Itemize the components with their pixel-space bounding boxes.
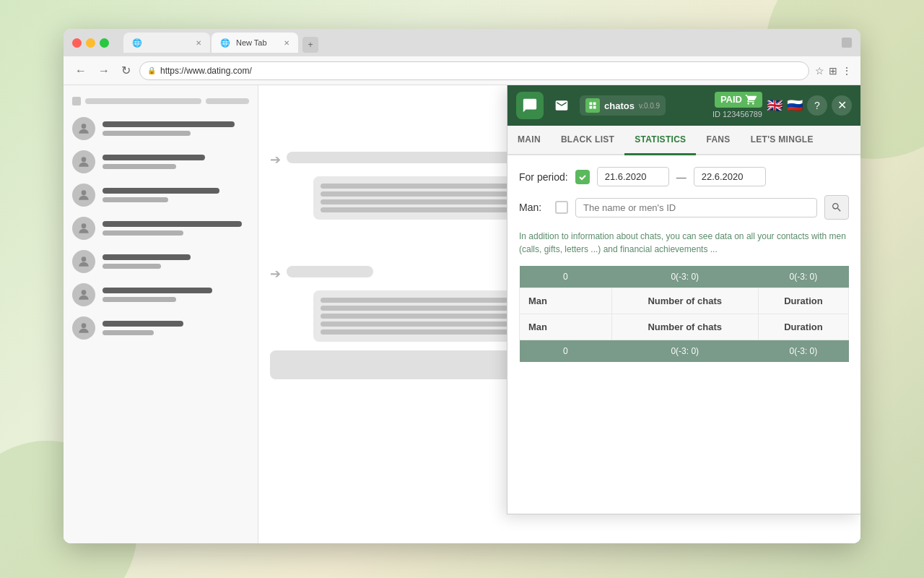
extension-popup: chatos v.0.0.9 PAID ID 123456789 🇬🇧 🇷🇺 bbox=[507, 85, 860, 514]
paid-section: PAID ID 123456789 🇬🇧 🇷🇺 ? ✕ bbox=[712, 92, 852, 119]
search-line-2 bbox=[206, 98, 249, 104]
man-filter-row: Man: bbox=[519, 195, 849, 220]
avatar bbox=[72, 150, 95, 173]
extension-id: ID 123456789 bbox=[712, 109, 762, 119]
paid-badge: PAID bbox=[715, 92, 762, 108]
browser-tab-1[interactable]: 🌐 ✕ bbox=[123, 33, 210, 53]
close-window-button[interactable] bbox=[72, 38, 82, 48]
browser-content: ➔ ➔ bbox=[64, 85, 860, 543]
col-man-2: Man bbox=[520, 314, 612, 340]
date-from-input[interactable] bbox=[597, 167, 669, 186]
menu-icon[interactable]: ⋮ bbox=[842, 65, 852, 77]
statistics-table: 0 0(-3: 0) 0(-3: 0) Man Number of chats … bbox=[519, 266, 849, 362]
statistics-panel: For period: — Man: bbox=[507, 155, 860, 514]
forward-button[interactable]: → bbox=[95, 63, 113, 79]
brand-icon bbox=[585, 98, 600, 113]
close-extension-button[interactable]: ✕ bbox=[832, 95, 852, 116]
close-icon: ✕ bbox=[837, 98, 847, 112]
mail-button[interactable] bbox=[549, 93, 574, 118]
extension-header: chatos v.0.0.9 PAID ID 123456789 🇬🇧 🇷🇺 bbox=[507, 85, 860, 126]
browser-window: 🌐 ✕ 🌐 New Tab ✕ + ← → ↻ 🔒 https://www.da… bbox=[64, 29, 860, 543]
man-search-button[interactable] bbox=[824, 195, 849, 220]
svg-point-1 bbox=[82, 157, 87, 162]
summary-bottom-cell-2: 0(-3: 0) bbox=[611, 340, 758, 363]
svg-point-2 bbox=[82, 190, 87, 195]
list-item bbox=[72, 316, 249, 340]
refresh-button[interactable]: ↻ bbox=[118, 62, 134, 79]
address-bar[interactable]: 🔒 https://www.dating.com/ bbox=[139, 61, 809, 80]
tab2-favicon: 🌐 bbox=[220, 38, 230, 48]
language-flag-ru[interactable]: 🇷🇺 bbox=[787, 98, 803, 113]
minimize-window-button[interactable] bbox=[86, 38, 95, 48]
svg-point-4 bbox=[82, 256, 87, 262]
avatar bbox=[72, 217, 95, 240]
search-line-1 bbox=[85, 98, 201, 104]
period-dash: — bbox=[676, 171, 687, 183]
svg-rect-10 bbox=[593, 103, 596, 105]
chat-arrow-icon: ➔ bbox=[270, 266, 281, 282]
list-item bbox=[72, 283, 249, 306]
tab2-label: New Tab bbox=[236, 38, 267, 47]
help-icon: ? bbox=[814, 100, 820, 111]
chat-arrow-icon: ➔ bbox=[270, 152, 281, 168]
search-box-icon bbox=[72, 97, 81, 105]
col-numchats-1: Number of chats bbox=[611, 288, 758, 314]
extensions-icon[interactable]: ⊞ bbox=[829, 65, 837, 77]
tab1-favicon: 🌐 bbox=[132, 38, 142, 48]
svg-rect-9 bbox=[590, 103, 593, 105]
man-search-input[interactable] bbox=[575, 198, 817, 217]
tab2-close-icon[interactable]: ✕ bbox=[284, 39, 289, 47]
tab-blacklist[interactable]: BLACK LIST bbox=[551, 126, 624, 155]
nav-actions: ☆ ⊞ ⋮ bbox=[815, 65, 852, 77]
paid-label: PAID bbox=[720, 94, 742, 105]
bookmark-icon[interactable]: ☆ bbox=[815, 65, 824, 77]
table-header-row-2: Man Number of chats Duration bbox=[520, 314, 849, 340]
brand-version: v.0.0.9 bbox=[639, 102, 660, 110]
tab-main[interactable]: MAIN bbox=[507, 126, 551, 155]
list-item bbox=[72, 117, 249, 140]
summary-cell-1: 0 bbox=[520, 266, 612, 288]
avatar bbox=[72, 283, 95, 306]
back-button[interactable]: ← bbox=[72, 63, 90, 79]
extension-logo-button[interactable] bbox=[516, 92, 544, 119]
url-text: https://www.dating.com/ bbox=[160, 66, 252, 76]
search-row bbox=[72, 97, 249, 105]
nav-bar: ← → ↻ 🔒 https://www.dating.com/ ☆ ⊞ ⋮ bbox=[64, 56, 860, 85]
tab-letsmingle[interactable]: LET'S MINGLE bbox=[741, 126, 824, 155]
tab1-close-icon[interactable]: ✕ bbox=[196, 39, 201, 47]
title-bar: 🌐 ✕ 🌐 New Tab ✕ + bbox=[64, 29, 860, 56]
summary-bottom-cell-1: 0 bbox=[520, 340, 612, 363]
maximize-window-button[interactable] bbox=[100, 38, 109, 48]
summary-row-bottom: 0 0(-3: 0) 0(-3: 0) bbox=[520, 340, 849, 363]
svg-point-0 bbox=[82, 124, 87, 129]
avatar bbox=[72, 250, 95, 273]
avatar bbox=[72, 316, 95, 340]
period-row: For period: — bbox=[519, 167, 849, 186]
summary-cell-2: 0(-3: 0) bbox=[611, 266, 758, 288]
period-checkbox[interactable] bbox=[575, 170, 590, 184]
list-item bbox=[72, 217, 249, 240]
table-header-row-1: Man Number of chats Duration bbox=[520, 288, 849, 314]
tab-fans[interactable]: FANS bbox=[696, 126, 740, 155]
summary-row-top: 0 0(-3: 0) 0(-3: 0) bbox=[520, 266, 849, 288]
contacts-sidebar bbox=[64, 85, 258, 543]
extension-nav: MAIN BLACK LIST STATISTICS FANS LET'S MI… bbox=[507, 126, 860, 155]
col-numchats-2: Number of chats bbox=[611, 314, 758, 340]
traffic-lights bbox=[72, 38, 109, 48]
extension-brand: chatos v.0.0.9 bbox=[580, 95, 666, 116]
language-flag-uk[interactable]: 🇬🇧 bbox=[767, 98, 783, 113]
window-control-1 bbox=[842, 38, 852, 48]
info-text: In addition to information about chats, … bbox=[519, 230, 849, 256]
svg-point-5 bbox=[82, 290, 87, 295]
col-duration-2: Duration bbox=[758, 314, 848, 340]
new-tab-button[interactable]: + bbox=[302, 37, 318, 53]
summary-bottom-cell-3: 0(-3: 0) bbox=[758, 340, 848, 363]
man-checkbox[interactable] bbox=[555, 201, 568, 214]
brand-name: chatos bbox=[604, 100, 635, 111]
date-to-input[interactable] bbox=[694, 167, 766, 186]
tab-statistics[interactable]: STATISTICS bbox=[624, 126, 696, 155]
svg-rect-11 bbox=[590, 106, 593, 109]
help-button[interactable]: ? bbox=[807, 95, 827, 116]
browser-tab-2[interactable]: 🌐 New Tab ✕ bbox=[212, 33, 298, 53]
list-item bbox=[72, 250, 249, 273]
